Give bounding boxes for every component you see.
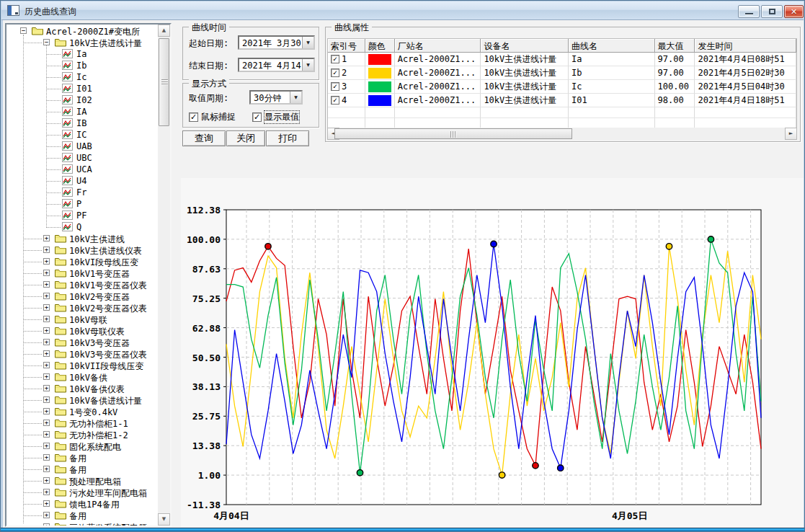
start-date-select[interactable]: 2021年 3月30 ▼ [238,35,315,50]
tree-expand-icon[interactable]: + [43,489,50,495]
tree-expand-icon[interactable]: + [43,339,50,345]
index-cell[interactable]: ✓3 [328,80,365,94]
scroll-up-icon[interactable]: ▲ [158,25,170,37]
scroll-down-icon[interactable]: ▼ [158,513,170,526]
row-checkbox[interactable]: ✓ [331,82,339,91]
row-checkbox[interactable]: ✓ [331,68,339,77]
curve-icon [62,95,73,107]
table-row[interactable]: ✓2Acrel-2000Z1...10kV主供进线计量Ib97.002021年4… [328,66,796,80]
tree-connector [23,435,42,435]
titlebar[interactable]: 历史曲线查询 ✕ [1,1,804,20]
chevron-down-icon[interactable]: ▼ [302,37,313,48]
tree-expand-icon[interactable]: + [43,443,50,449]
table-cell: Acrel-2000Z1... [395,80,481,94]
column-header-设备名[interactable]: 设备名 [481,39,569,53]
tree-collapse-icon[interactable]: − [20,27,27,34]
tree-expand-icon[interactable]: + [43,431,50,438]
tree-expand-icon[interactable]: + [43,466,50,472]
query-button[interactable]: 查询 [182,130,226,146]
max-marker-Ib [666,244,672,249]
checkbox-check-icon[interactable]: ✓ [189,112,198,122]
column-header-最大值[interactable]: 最大值 [655,39,695,53]
folder-icon [55,418,66,430]
end-date-select[interactable]: 2021年 4月14 ▼ [238,58,315,72]
empty-cell [328,118,365,128]
curve-icon [62,84,73,95]
index-cell[interactable]: ✓2 [328,66,365,80]
tree-item-label: Ic [76,72,86,82]
table-cell: 10kV主供进线计量 [481,66,569,80]
table-row[interactable]: ✓3Acrel-2000Z1...10kV主供进线计量Ic100.002021年… [328,80,796,94]
tree-connector [23,412,42,412]
tree-scrollbar-thumb[interactable] [159,38,169,126]
tree-expand-icon[interactable]: + [43,523,50,527]
tree-item-label: 10kV备供进线计量 [69,395,142,407]
period-select[interactable]: 30分钟 ▼ [249,90,303,105]
table-row[interactable]: ✓4Acrel-2000Z1...10kV主供进线计量I0198.002021年… [328,94,796,107]
tree-expand-icon[interactable]: + [43,293,50,299]
print-button[interactable]: 打印 [266,130,309,146]
tree-expand-icon[interactable]: + [43,327,50,334]
column-header-厂站名[interactable]: 厂站名 [395,39,481,53]
row-checkbox[interactable]: ✓ [331,96,339,105]
tree-expand-icon[interactable]: + [43,258,50,265]
tree-expand-icon[interactable]: + [43,316,50,322]
column-header-曲线名[interactable]: 曲线名 [569,39,655,53]
tree-expand-icon[interactable]: + [43,235,50,241]
restore-button[interactable] [761,5,783,18]
tree-expand-icon[interactable]: + [43,247,50,253]
scroll-right-icon[interactable]: ► [785,128,797,140]
folder-icon [55,522,66,527]
tree-item-label: 备用 [69,464,86,476]
tree-expand-icon[interactable]: + [43,373,50,380]
folder-icon [55,360,66,372]
tree-expand-icon[interactable]: + [43,304,50,311]
app-icon [7,5,19,16]
tree-item-label: 10kV1号变压器 [69,268,130,280]
y-tick-label: 62.88 [192,323,221,334]
table-cell: 2021年4月5日04时30 [695,80,796,94]
tree-connector [46,135,61,136]
table-scrollbar-thumb[interactable] [334,128,572,139]
tree-connector [46,158,61,159]
tree-expand-icon[interactable]: + [43,420,50,426]
tree-scrollbar[interactable]: ▲ ▼ [158,25,170,526]
tree-expand-icon[interactable]: + [43,396,50,403]
y-tick-label: 38.13 [192,381,221,392]
tree-collapse-icon[interactable]: − [43,39,50,45]
column-header-颜色[interactable]: 颜色 [365,39,395,53]
table-h-scrollbar[interactable]: ◄ ► [327,128,797,140]
close-dialog-button[interactable]: 关闭 [226,130,265,146]
tree-expand-icon[interactable]: + [43,512,50,518]
tree-connector [46,192,61,193]
tree-expand-icon[interactable]: + [43,477,50,484]
tree-expand-icon[interactable]: + [43,500,50,507]
tree-expand-icon[interactable]: + [43,362,50,368]
minimize-button[interactable] [738,5,760,18]
color-swatch [368,68,391,79]
tree-expand-icon[interactable]: + [43,408,50,414]
tree-expand-icon[interactable]: + [43,281,50,288]
tree-expand-icon[interactable]: + [43,385,50,391]
index-cell[interactable]: ✓4 [328,94,365,107]
empty-cell [365,118,395,128]
tree-expand-icon[interactable]: + [43,454,50,461]
mouse-capture-checkbox[interactable]: ✓ 鼠标捕捉 [189,111,236,123]
period-label: 取值周期: [189,92,228,105]
row-index: 4 [342,95,347,105]
checkbox-check-icon[interactable]: ✓ [252,112,262,122]
curve-icon [62,107,73,118]
chevron-down-icon[interactable]: ▼ [302,59,313,71]
folder-icon [55,395,66,407]
tree-expand-icon[interactable]: + [43,350,50,357]
index-cell[interactable]: ✓1 [328,53,365,66]
close-button[interactable]: ✕ [784,5,804,18]
table-row[interactable]: ✓1Acrel-2000Z1...10kV主供进线计量Ia97.002021年4… [328,53,796,66]
column-header-发生时间[interactable]: 发生时间 [695,39,796,53]
show-extremes-checkbox[interactable]: ✓ 显示最值 [252,111,299,123]
chevron-down-icon[interactable]: ▼ [290,92,301,103]
folder-icon [55,349,66,360]
row-checkbox[interactable]: ✓ [331,55,339,63]
column-header-索引号[interactable]: 索引号 [328,39,365,53]
tree-expand-icon[interactable]: + [43,270,50,276]
